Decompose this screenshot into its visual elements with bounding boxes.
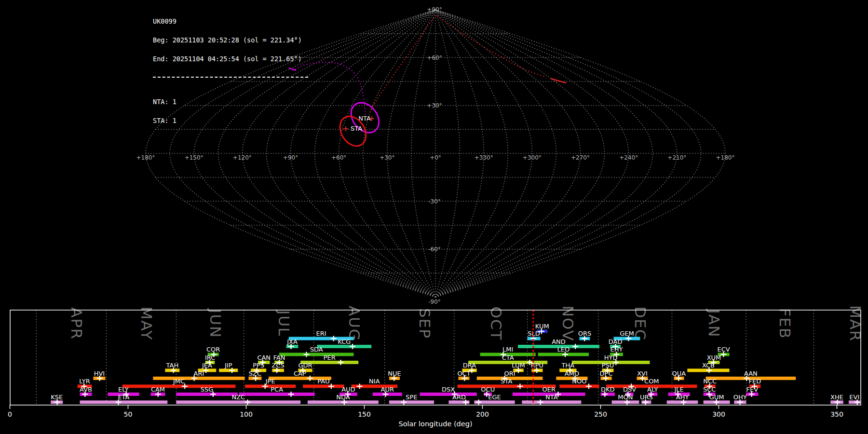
map-longitude-label: +330° [475,154,493,161]
month-label-dec: DEC [632,306,649,340]
shower-label-aur: AUR [381,386,394,393]
shower-label-fev: FEV [746,386,759,393]
x-axis-tick-label: 200 [476,410,489,418]
month-label-mar: MAR [847,305,864,342]
shower-label-jmc: JMC [173,378,185,385]
month-label-may: MAY [138,307,155,340]
x-axis-tick-label: 300 [712,410,725,418]
x-axis-tick-label: 50 [124,410,133,418]
shower-bar-jmc [122,385,236,388]
timeline-frame [10,310,861,405]
shower-label-dsx: DSX [442,386,455,393]
shower-label-leo: LEO [557,346,570,353]
shower-label-dra: DRA [463,362,476,369]
month-label-feb: FEB [776,308,794,339]
shower-label-pca: PCA [271,386,283,393]
shower-label-cor: COR [206,346,220,353]
map-longitude-label: +90° [283,154,298,161]
shower-label-and: AND [552,338,566,345]
shower-label-lmi: LMI [502,346,513,353]
shower-label-dsv: DSV [623,386,636,393]
shower-label-eri: ERI [316,330,326,337]
shower-label-nzc: NZC [231,393,245,401]
shower-label-lyr: LYR [79,378,90,385]
shower-label-sta: STA [501,378,512,385]
shower-label-ard: ARD [452,393,466,401]
shower-bar-nzc [176,401,300,404]
radiant-label-STA: STA [351,125,362,132]
grid-meridian [435,10,629,297]
month-label-nov: NOV [559,306,577,341]
map-longitude-label: +180° [136,154,155,161]
shower-bar-ssg [176,393,237,396]
month-label-jan: JAN [705,309,723,338]
shower-bar-nta [522,401,581,404]
shower-label-eta: ETA [118,393,129,401]
shower-label-amo: AMO [565,370,579,377]
map-longitude-label: +150° [185,154,203,161]
sta-trail-pole-dotted [369,15,435,114]
x-axis-tick-label: 100 [240,410,253,418]
shower-bar-eta [80,401,168,404]
month-label-aug: AUG [346,306,363,341]
shower-label-avb: AVB [80,386,92,393]
shower-label-pau: PAU [317,378,329,385]
shower-label-kcg: KCG [338,338,351,345]
shower-bar-noo [559,385,599,388]
x-axis-tick-label: 250 [594,410,607,418]
shower-label-aan: AAN [744,370,758,377]
shower-label-ege: EGE [488,393,501,401]
map-latitude-label: +60° [427,54,442,61]
map-longitude-label: +300° [523,154,542,161]
month-label-apr: APR [68,307,85,339]
shower-label-jxa: JXA [286,338,298,345]
shower-label-tha: THA [561,362,575,369]
shower-label-oct: OCT [457,370,470,377]
map-longitude-label: +240° [619,154,638,161]
shower-label-ssg: SSG [201,386,214,393]
shower-label-per: PER [324,354,336,361]
shower-label-jip: JIP [224,362,232,369]
shower-label-cta: CTA [502,354,514,361]
x-axis-tick-label: 350 [830,410,843,418]
shower-label-noo: NOO [572,378,586,385]
shower-label-gem: GEM [620,330,634,337]
map-longitude-label: +0° [430,154,441,161]
nta-trail-solid [289,68,296,70]
shower-label-pps: PPS [253,362,264,369]
shower-bar-jip [219,369,238,372]
map-longitude-label: +270° [571,154,590,161]
shower-label-nta: NTA [545,393,558,401]
shower-label-aly: ALY [647,386,658,393]
shower-bar-sda [279,353,353,356]
map-longitude-label: +180° [716,154,735,161]
shower-bar-pau [303,385,344,388]
shower-label-kum: KUM [535,323,549,330]
shower-bar-sta [458,385,556,388]
shower-bar-spe [389,401,434,404]
shower-label-tah: TAH [166,362,179,369]
shower-label-ocu: OCU [481,386,495,393]
shower-label-oer: OER [542,386,555,393]
grid-meridian [339,10,435,297]
map-latitude-label: +90° [427,6,442,13]
shower-label-cap: CAP [294,370,306,377]
map-latitude-label: -90° [428,298,441,305]
shower-label-dkd: DKD [601,386,615,393]
grid-meridian [435,10,532,297]
shower-label-xcb: XCB [702,362,715,369]
shower-label-gdr: GDR [298,362,312,369]
shower-bar-dsx [420,393,477,396]
shower-bar-pca [239,393,315,396]
map-longitude-label: +210° [667,154,686,161]
shower-label-zcs: ZCS [272,362,285,369]
shower-bar-ari [153,377,244,380]
month-label-sep: SEP [416,308,434,339]
shower-label-ely: ELY [118,386,129,393]
month-label-oct: OCT [488,307,505,341]
shower-label-mon: MON [618,393,633,401]
month-label-jun: JUN [207,308,224,338]
app-screen: UK0099 Beg: 20251103 20:52:28 (sol = 221… [0,0,868,434]
shower-label-ori: ORI [504,370,515,377]
shower-label-jea: JEA [202,362,212,369]
